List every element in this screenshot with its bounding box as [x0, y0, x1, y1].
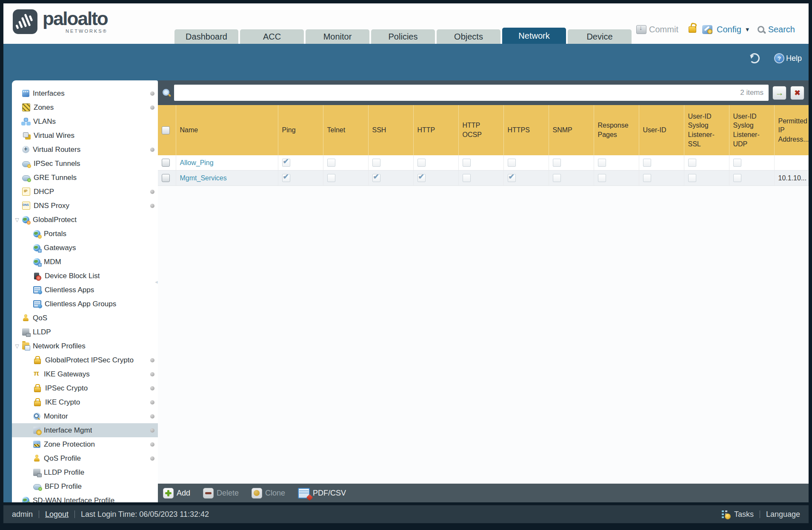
- sidebar-collapse-handle[interactable]: [155, 279, 158, 285]
- unlock-icon[interactable]: [689, 26, 696, 33]
- chevron-down-icon[interactable]: ▼: [745, 26, 750, 33]
- commit-button[interactable]: Commit: [649, 25, 678, 34]
- globalprotect-icon: [22, 216, 29, 223]
- pdf-csv-icon: [298, 488, 310, 499]
- column-header-ssh[interactable]: SSH: [368, 105, 413, 155]
- sidebar-item-zones[interactable]: Zones: [12, 100, 158, 114]
- column-header-user-id[interactable]: User-ID: [639, 105, 684, 155]
- sidebar-item-zone-protection[interactable]: Zone Protection: [12, 437, 158, 451]
- tab-policies[interactable]: Policies: [371, 29, 435, 44]
- response-pages-checkbox: [598, 159, 606, 167]
- sidebar-item-ike-crypto[interactable]: IKE Crypto: [12, 395, 158, 409]
- language-button[interactable]: Language: [766, 510, 800, 519]
- column-header-http-ocsp[interactable]: HTTP OCSP: [458, 105, 503, 155]
- column-header-snmp[interactable]: SNMP: [549, 105, 594, 155]
- sidebar-item-ipsec-crypto[interactable]: IPSec Crypto: [12, 381, 158, 395]
- profile-link[interactable]: Allow_Ping: [180, 159, 214, 166]
- sidebar-item-qos[interactable]: QoS: [12, 311, 158, 325]
- global-search-button[interactable]: Search: [768, 25, 795, 34]
- sidebar-item-vlans[interactable]: VLANs: [12, 114, 158, 128]
- table-header-row: Name Ping Telnet SSH HTTP HTTP OCSP HTTP…: [158, 105, 809, 155]
- virtual-wires-icon: [23, 132, 29, 137]
- column-header-user-id-syslog-ssl[interactable]: User-ID Syslog Listener-SSL: [684, 105, 729, 155]
- sidebar-item-portals[interactable]: Portals: [12, 227, 158, 241]
- config-menu[interactable]: Config: [717, 25, 741, 34]
- column-header-user-id-syslog-udp[interactable]: User-ID Syslog Listener-UDP: [729, 105, 774, 155]
- network-profiles-icon: [22, 342, 29, 350]
- sidebar-item-gateways[interactable]: Gateways: [12, 241, 158, 255]
- expand-triangle-icon[interactable]: [12, 217, 22, 223]
- column-header-ping[interactable]: Ping: [278, 105, 323, 155]
- column-header-https[interactable]: HTTPS: [503, 105, 549, 155]
- sidebar-item-globalprotect-ipsec-crypto[interactable]: GlobalProtect IPSec Crypto: [12, 353, 158, 367]
- filter-search-input[interactable]: [174, 88, 740, 97]
- select-all-checkbox[interactable]: [162, 126, 170, 134]
- tab-objects[interactable]: Objects: [437, 29, 500, 44]
- logout-link[interactable]: Logout: [45, 510, 69, 519]
- tab-acc[interactable]: ACC: [240, 29, 304, 44]
- sidebar-item-dns-proxy[interactable]: DNS Proxy: [12, 199, 158, 213]
- expand-triangle-icon[interactable]: [12, 343, 22, 349]
- sidebar-item-sdwan-interface-profile[interactable]: SD-WAN Interface Profile: [12, 493, 158, 502]
- sidebar-item-clientless-apps[interactable]: Clientless Apps: [12, 283, 158, 297]
- tasks-button[interactable]: Tasks: [734, 510, 754, 519]
- profile-link[interactable]: Mgmt_Services: [180, 174, 227, 182]
- tab-network[interactable]: Network: [502, 28, 566, 44]
- sidebar-item-mdm[interactable]: MDM: [12, 255, 158, 269]
- sidebar-item-clientless-app-groups[interactable]: Clientless App Groups: [12, 297, 158, 311]
- status-dot: [150, 456, 154, 461]
- sidebar-item-network-profiles[interactable]: Network Profiles: [12, 339, 158, 353]
- row-checkbox[interactable]: [162, 159, 170, 167]
- tab-dashboard[interactable]: Dashboard: [174, 29, 238, 44]
- portals-icon: [33, 230, 40, 237]
- clear-filter-button[interactable]: [790, 86, 804, 100]
- column-header-permitted-ip[interactable]: Permitted IP Address...: [774, 105, 809, 155]
- sidebar-item-ike-gateways[interactable]: IKE Gateways: [12, 367, 158, 381]
- sidebar-item-dhcp[interactable]: DHCP: [12, 185, 158, 199]
- sidebar-item-ipsec-tunnels[interactable]: IPSec Tunnels: [12, 157, 158, 171]
- device-block-list-icon: [34, 273, 39, 279]
- column-header-response-pages[interactable]: Response Pages: [594, 105, 639, 155]
- sidebar-item-virtual-wires[interactable]: Virtual Wires: [12, 128, 158, 142]
- table-row: Allow_Ping: [158, 155, 809, 171]
- row-checkbox[interactable]: [162, 174, 170, 182]
- sidebar-item-interface-mgmt[interactable]: Interface Mgmt: [12, 423, 158, 437]
- pdf-csv-button[interactable]: PDF/CSV: [298, 488, 346, 499]
- http-ocsp-checkbox: [463, 174, 471, 182]
- status-dot: [150, 105, 154, 110]
- user-id-syslog-ssl-checkbox: [688, 159, 696, 167]
- status-dot: [150, 386, 154, 390]
- qos-icon: [22, 314, 29, 322]
- help-label[interactable]: Help: [786, 54, 802, 63]
- http-checkbox: [417, 174, 426, 182]
- delete-button[interactable]: Delete: [203, 488, 239, 499]
- help-icon[interactable]: [774, 53, 784, 63]
- commit-icon: [636, 25, 646, 34]
- column-header-name[interactable]: Name: [176, 105, 278, 155]
- ike-gateways-icon: [33, 370, 40, 378]
- clone-button[interactable]: Clone: [252, 488, 285, 499]
- tab-device[interactable]: Device: [568, 29, 632, 44]
- sidebar-item-lldp[interactable]: LLDP: [12, 325, 158, 339]
- https-checkbox: [508, 174, 516, 182]
- zone-protection-icon: [33, 441, 40, 448]
- refresh-icon[interactable]: [749, 53, 760, 63]
- sidebar-item-gre-tunnels[interactable]: GRE Tunnels: [12, 171, 158, 185]
- sidebar-item-virtual-routers[interactable]: Virtual Routers: [12, 142, 158, 157]
- top-header: paloalto NETWORKS® Dashboard ACC Monitor…: [3, 3, 809, 44]
- sidebar-item-bfd-profile[interactable]: BFD Profile: [12, 479, 158, 493]
- gateways-icon: [33, 244, 40, 251]
- add-button[interactable]: Add: [163, 488, 190, 499]
- sidebar-item-lldp-profile[interactable]: LLDP Profile: [12, 465, 158, 479]
- sidebar-item-interfaces[interactable]: Interfaces: [12, 86, 158, 100]
- tab-monitor[interactable]: Monitor: [306, 29, 369, 44]
- apply-filter-button[interactable]: [772, 86, 786, 100]
- column-header-http[interactable]: HTTP: [413, 105, 458, 155]
- sidebar-item-device-block-list[interactable]: Device Block List: [12, 269, 158, 283]
- permitted-ip-cell: 10.1.10...: [774, 171, 809, 186]
- sidebar-item-monitor-profile[interactable]: Monitor: [12, 409, 158, 423]
- dns-proxy-icon: [22, 202, 30, 210]
- sidebar-item-globalprotect[interactable]: GlobalProtect: [12, 213, 158, 227]
- column-header-telnet[interactable]: Telnet: [323, 105, 368, 155]
- sidebar-item-qos-profile[interactable]: QoS Profile: [12, 451, 158, 465]
